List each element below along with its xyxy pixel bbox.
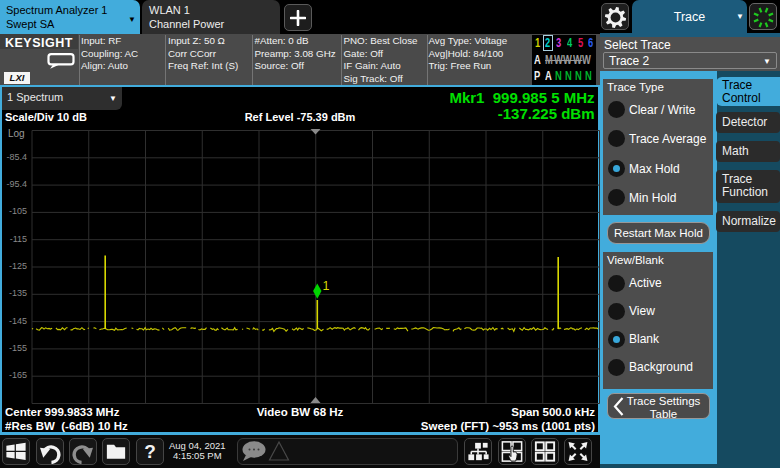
svg-text:1: 1	[323, 279, 330, 293]
